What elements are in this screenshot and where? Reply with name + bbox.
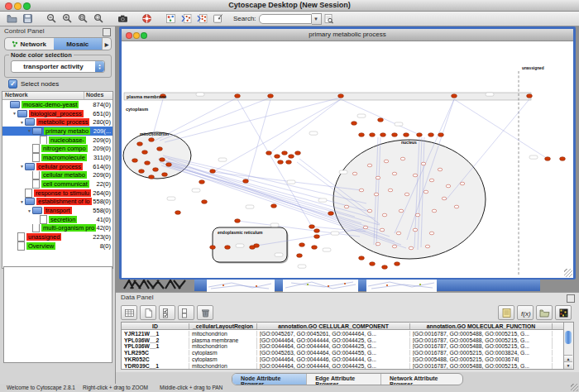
network-node[interactable]: [392, 133, 398, 137]
network-node[interactable]: [392, 245, 397, 248]
matrix-button[interactable]: [555, 305, 572, 320]
table-row[interactable]: YPL036W__2plasma membrane[GO:0044464, GO…: [122, 337, 563, 343]
network-node[interactable]: [352, 172, 357, 175]
table-row[interactable]: YPL036W__1mitochondrion[GO:0044464, GO:0…: [122, 343, 563, 350]
network-node[interactable]: [344, 205, 349, 208]
advanced-search-button[interactable]: [322, 12, 336, 25]
expand-arrow-icon[interactable]: ▼: [19, 164, 25, 169]
network-node[interactable]: [202, 200, 208, 204]
network-node[interactable]: [399, 209, 404, 213]
network-node[interactable]: [309, 225, 315, 229]
network-node[interactable]: [139, 170, 145, 174]
network-node[interactable]: [423, 190, 428, 194]
network-node[interactable]: [374, 193, 379, 196]
tree-item-cellular-metabo[interactable]: cellular metabo209(0): [2, 171, 112, 180]
network-node[interactable]: [299, 243, 305, 247]
float-panel-icon[interactable]: [103, 28, 111, 36]
formula-note-button[interactable]: [498, 305, 514, 320]
tree-item-metabolic-process[interactable]: ▼metabolic process280(0): [2, 117, 112, 127]
tree-item-primary-metabo[interactable]: ▼primary metabo209(...: [2, 127, 112, 136]
network-node[interactable]: [417, 133, 423, 137]
tree-item-transport[interactable]: ▼transport558(0): [2, 206, 112, 215]
network-node[interactable]: [378, 118, 384, 122]
network-node[interactable]: [382, 213, 387, 217]
network-node[interactable]: [370, 133, 376, 137]
zoom-out-button[interactable]: [45, 12, 59, 25]
attribute-table-button[interactable]: [121, 305, 137, 320]
network-window-titlebar[interactable]: primary metabolic process: [122, 29, 573, 41]
help-button[interactable]: [140, 12, 154, 25]
network-node[interactable]: [400, 157, 405, 160]
network-node[interactable]: [545, 157, 551, 161]
network-node[interactable]: [388, 189, 393, 192]
search-dropdown-button[interactable]: ▼: [312, 13, 322, 25]
network-node[interactable]: [268, 94, 274, 98]
network-node[interactable]: [142, 151, 148, 155]
new-attribute-button[interactable]: [140, 305, 156, 320]
zoom-fit-button[interactable]: [92, 12, 106, 25]
table-row[interactable]: YLR295Ccytoplasm[GO:0045263, GO:0044464,…: [122, 350, 563, 356]
save-session-button[interactable]: [21, 12, 35, 25]
network-node[interactable]: [271, 204, 277, 208]
network-node[interactable]: [359, 256, 365, 261]
network-node[interactable]: [199, 180, 205, 184]
network-node[interactable]: [157, 147, 163, 151]
tree-item-cellular-process[interactable]: ▼cellular process614(0): [2, 162, 112, 171]
tree-item-overview[interactable]: Overview8(0): [2, 241, 112, 251]
network-canvas[interactable]: plasma membranecytoplasmmitochondrionnuc…: [122, 41, 573, 278]
network-node[interactable]: [166, 163, 172, 167]
network-node[interactable]: [359, 133, 365, 137]
network-node[interactable]: [235, 94, 241, 98]
annotation-button[interactable]: [211, 12, 225, 25]
network-node[interactable]: [396, 232, 401, 235]
table-row[interactable]: YKR052Ccytoplasm[GO:0044464, GO:0044446,…: [122, 356, 563, 362]
network-node[interactable]: [149, 175, 155, 179]
network-node[interactable]: [250, 246, 256, 250]
network-node[interactable]: [328, 212, 334, 216]
tree-item-response-to-stimulu[interactable]: response to stimulu264(0): [2, 189, 112, 198]
expand-arrow-icon[interactable]: ▼: [19, 120, 25, 125]
network-node[interactable]: [376, 176, 380, 179]
network-node[interactable]: [363, 226, 368, 229]
vizmapper-button[interactable]: [164, 12, 178, 25]
network-node[interactable]: [442, 197, 447, 200]
select-all-attributes-button[interactable]: [159, 305, 175, 320]
expand-arrow-icon[interactable]: ▼: [19, 199, 25, 204]
network-node[interactable]: [149, 138, 155, 142]
network-node[interactable]: [235, 219, 241, 223]
scroll-down-icon[interactable]: ▼: [564, 361, 572, 369]
zoom-in-button[interactable]: [60, 12, 74, 25]
column-header-id[interactable]: ID: [122, 323, 189, 329]
network-node[interactable]: [460, 182, 465, 185]
network-node[interactable]: [527, 94, 533, 98]
network-node[interactable]: [137, 142, 143, 146]
network-node[interactable]: [429, 179, 434, 182]
tab-network[interactable]: Network: [5, 38, 54, 50]
delete-attribute-button[interactable]: [197, 305, 213, 320]
network-node[interactable]: [225, 246, 231, 250]
network-node[interactable]: [452, 94, 457, 98]
network-node[interactable]: [413, 228, 418, 232]
tree-item-mosaic-demo-yeast[interactable]: mosaic-demo-yeast874(0): [2, 100, 112, 109]
expand-arrow-icon[interactable]: ▼: [12, 111, 17, 116]
network-node[interactable]: [160, 158, 165, 162]
network-node[interactable]: [409, 246, 414, 250]
network-node[interactable]: [560, 157, 566, 161]
network-node[interactable]: [297, 254, 303, 258]
float-panel-icon[interactable]: [567, 294, 575, 303]
network-node[interactable]: [286, 160, 292, 165]
tab-overflow-arrow-icon[interactable]: ▶: [102, 38, 111, 50]
app-resize-grip[interactable]: [571, 384, 578, 391]
network-node[interactable]: [376, 242, 380, 246]
network-node[interactable]: [429, 232, 434, 235]
select-nodes-checkbox[interactable]: ✓: [8, 79, 17, 88]
network-node[interactable]: [312, 246, 318, 250]
network-node[interactable]: [392, 172, 397, 175]
tree-col-nodes[interactable]: Nodes: [84, 92, 112, 99]
network-node[interactable]: [380, 228, 385, 232]
network-node[interactable]: [404, 133, 409, 137]
import-attributes-button[interactable]: [536, 305, 553, 320]
zoom-selected-button[interactable]: [76, 12, 90, 25]
network-node[interactable]: [314, 235, 320, 239]
tree-item-macromolecule[interactable]: macromolecule311(0): [2, 153, 112, 162]
